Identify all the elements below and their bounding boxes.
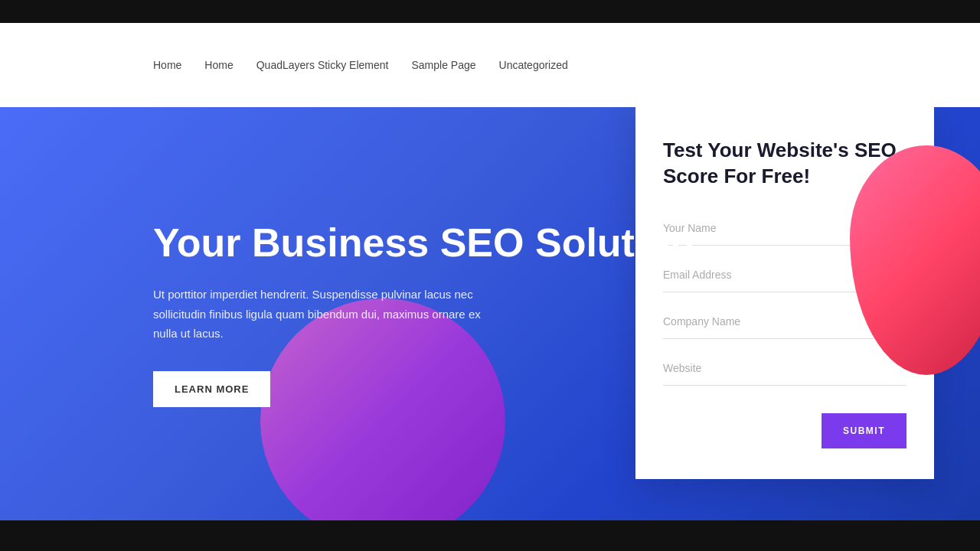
hero-title: Your Business SEO Solution	[153, 220, 903, 266]
hero-description: Ut porttitor imperdiet hendrerit. Suspen…	[153, 285, 505, 344]
nav-link-home2[interactable]: Home	[204, 59, 233, 71]
nav-link-uncategorized[interactable]: Uncategorized	[499, 59, 568, 71]
nav-link-sample[interactable]: Sample Page	[411, 59, 475, 71]
nav-link-home1[interactable]: Home	[153, 59, 181, 71]
hero-section: Your Business SEO Solution Ut porttitor …	[0, 107, 980, 520]
hero-left: Your Business SEO Solution Ut porttitor …	[0, 174, 980, 452]
navigation: Home Home QuadLayers Sticky Element Samp…	[0, 23, 980, 107]
learn-more-button[interactable]: LEARN MORE	[153, 371, 270, 407]
nav-link-quadlayers[interactable]: QuadLayers Sticky Element	[256, 59, 389, 71]
bottom-bar	[0, 520, 980, 551]
top-bar	[0, 0, 980, 23]
